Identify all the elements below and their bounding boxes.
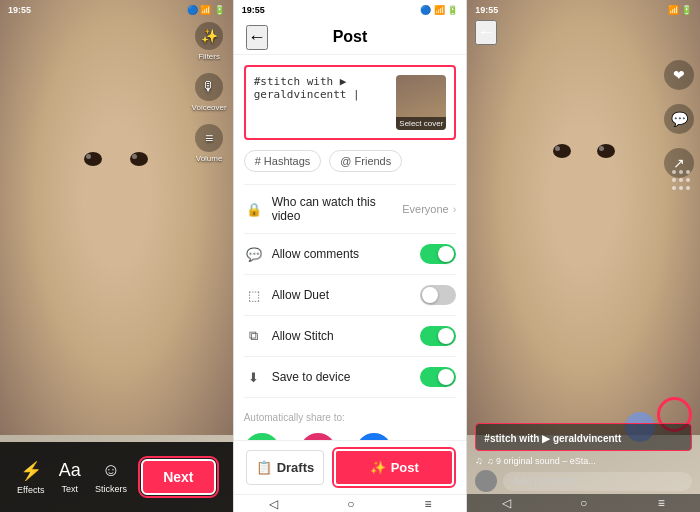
p1-bottom-bar: ⚡ Effects Aa Text ☺ Stickers Next: [0, 442, 233, 512]
share-label: Automatically share to:: [244, 412, 457, 423]
effects-icon: ⚡: [20, 460, 42, 482]
save-to-device-toggle[interactable]: [420, 367, 456, 387]
drafts-icon: 📋: [256, 460, 272, 475]
stickers-icon: ☺: [102, 460, 120, 481]
save-icon: ⬇: [244, 370, 264, 385]
text-button[interactable]: Aa Text: [59, 460, 81, 494]
caption-area: #stitch with ▶ geraldvincentt | Select c…: [244, 65, 457, 140]
p3-right-icons: ❤ 💬 ↗: [664, 60, 694, 178]
p3-music-text: ♫ 9 original sound – eSta...: [487, 456, 596, 466]
lock-icon: 🔒: [244, 202, 264, 217]
voiceover-icon: 🎙: [195, 73, 223, 101]
p1-status-icons: 🔵 📶 🔋: [187, 5, 225, 15]
p3-comment-area: Add comment...: [475, 470, 692, 492]
p3-time: 19:55: [475, 5, 498, 15]
dot: [686, 178, 690, 182]
p2-status-bar: 19:55 🔵 📶 🔋: [234, 0, 467, 20]
p2-settings: 🔒 Who can watch this video Everyone › 💬 …: [244, 184, 457, 398]
allow-duet-label: Allow Duet: [272, 288, 421, 302]
allow-stitch-toggle[interactable]: [420, 326, 456, 346]
dot: [672, 178, 676, 182]
allow-comments-toggle[interactable]: [420, 244, 456, 264]
filters-icon: ✨: [195, 22, 223, 50]
p3-caption-box: #stitch with ▶ geraldvincentt: [475, 423, 692, 451]
dots-row-3: [672, 186, 690, 190]
who-can-watch-label: Who can watch this video: [272, 195, 403, 223]
comment-placeholder-text: Add comment...: [513, 476, 583, 487]
p2-bottom-bar: 📋 Drafts ✨ Post: [234, 440, 467, 494]
voiceover-button[interactable]: 🎙 Voiceover: [192, 73, 227, 112]
back-button[interactable]: ←: [246, 25, 268, 50]
toggle-knob: [422, 287, 438, 303]
caption-input[interactable]: #stitch with ▶ geraldvincentt |: [254, 75, 389, 125]
nav-menu-icon[interactable]: ≡: [424, 497, 431, 511]
p3-status-icons: 📶 🔋: [668, 5, 693, 15]
post-icon: ✨: [370, 460, 386, 475]
p2-nav-bar: ◁ ○ ≡: [234, 494, 467, 512]
cover-thumbnail[interactable]: Select cover: [396, 75, 446, 130]
toggle-knob: [438, 246, 454, 262]
comments-icon: 💬: [244, 247, 264, 262]
comment-button[interactable]: 💬: [664, 104, 694, 134]
who-can-watch-row[interactable]: 🔒 Who can watch this video Everyone ›: [244, 185, 457, 234]
p1-toolbar: ✨ Filters 🎙 Voiceover ≡ Volume: [192, 22, 227, 163]
p3-status-bar: 19:55 📶 🔋: [467, 0, 700, 20]
dot: [679, 186, 683, 190]
post-button[interactable]: ✨ Post: [334, 449, 454, 486]
dot: [679, 170, 683, 174]
allow-stitch-label: Allow Stitch: [272, 329, 421, 343]
friends-button[interactable]: @ Friends: [329, 150, 402, 172]
post-label: Post: [391, 460, 419, 475]
face-eyes: [84, 152, 148, 166]
voiceover-label: Voiceover: [192, 103, 227, 112]
nav-back-icon[interactable]: ◁: [269, 497, 278, 511]
right-eye: [130, 152, 148, 166]
dot: [686, 170, 690, 174]
filters-button[interactable]: ✨ Filters: [192, 22, 227, 61]
dot: [686, 186, 690, 190]
p3-face-eyes: [553, 144, 615, 158]
allow-duet-toggle[interactable]: [420, 285, 456, 305]
stitch-icon: ⧉: [244, 328, 264, 344]
p3-nav-menu[interactable]: ≡: [652, 494, 670, 512]
p3-right-eye: [597, 144, 615, 158]
dots-row-1: [672, 170, 690, 174]
text-icon: Aa: [59, 460, 81, 481]
save-to-device-row: ⬇ Save to device: [244, 357, 457, 398]
toggle-knob: [438, 369, 454, 385]
p2-time: 19:55: [242, 5, 265, 15]
drafts-label: Drafts: [277, 460, 315, 475]
toggle-knob: [438, 328, 454, 344]
comment-input-placeholder[interactable]: Add comment...: [503, 472, 692, 491]
panel-2: 19:55 🔵 📶 🔋 ← Post #stitch with ▶ gerald…: [233, 0, 468, 512]
stickers-button[interactable]: ☺ Stickers: [95, 460, 127, 494]
hashtags-button[interactable]: # Hashtags: [244, 150, 322, 172]
dot: [672, 170, 676, 174]
music-icon: ♫: [475, 455, 483, 466]
heart-button[interactable]: ❤: [664, 60, 694, 90]
effects-label: Effects: [17, 485, 44, 495]
left-eye: [84, 152, 102, 166]
allow-stitch-row: ⧉ Allow Stitch: [244, 316, 457, 357]
volume-icon: ≡: [195, 124, 223, 152]
save-to-device-label: Save to device: [272, 370, 421, 384]
p1-status-bar: 19:55 🔵 📶 🔋: [0, 0, 233, 20]
filters-label: Filters: [198, 52, 220, 61]
p3-nav-back[interactable]: ◁: [497, 494, 515, 512]
p3-nav-home[interactable]: ○: [575, 494, 593, 512]
chevron-icon: ›: [453, 203, 457, 215]
drafts-button[interactable]: 📋 Drafts: [246, 450, 325, 485]
volume-button[interactable]: ≡ Volume: [192, 124, 227, 163]
nav-home-icon[interactable]: ○: [347, 497, 354, 511]
dot: [679, 178, 683, 182]
p3-music-row: ♫ ♫ 9 original sound – eSta...: [475, 455, 692, 466]
p3-back-button[interactable]: ←: [475, 20, 497, 45]
p2-title: Post: [333, 28, 368, 46]
select-cover-label: Select cover: [396, 117, 446, 130]
effects-button[interactable]: ⚡ Effects: [17, 460, 44, 495]
next-button[interactable]: Next: [141, 459, 215, 495]
p1-time: 19:55: [8, 5, 31, 15]
stickers-label: Stickers: [95, 484, 127, 494]
duet-icon: ⬚: [244, 288, 264, 303]
tags-row: # Hashtags @ Friends: [244, 150, 457, 172]
